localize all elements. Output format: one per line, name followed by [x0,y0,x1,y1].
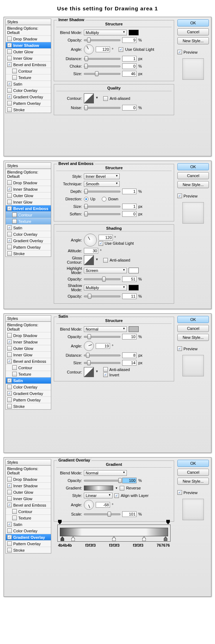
gradient-stop[interactable] [71,537,75,541]
gradient-picker[interactable] [84,486,113,491]
gradient-stop[interactable] [164,537,167,541]
svg-marker-6 [164,537,167,541]
style-contour[interactable]: Contour [6,68,51,74]
opacity-value[interactable]: 100 [122,478,137,483]
ok-button[interactable]: OK [177,460,209,467]
angle-dial[interactable] [84,341,94,351]
gradient-bar[interactable] [60,528,168,536]
align-checkbox[interactable] [114,493,119,498]
blend-mode-dropdown[interactable]: Normal [84,470,127,476]
style-outer-glow[interactable]: Outer Glow [6,48,51,55]
new-style-button[interactable]: New Style... [177,37,209,44]
depth-slider[interactable] [84,191,120,192]
style-texture[interactable]: Texture [6,74,51,80]
preview-swatch [182,499,204,520]
blending-options[interactable]: Blending Options: Default [6,25,51,35]
ok-button[interactable]: OK [177,316,209,323]
page-title: Use this setting for Drawing area 1 [4,5,211,11]
style-satin[interactable]: Satin [6,80,51,87]
style-pattern-overlay[interactable]: Pattern Overlay [6,100,51,106]
new-style-button[interactable]: New Style... [177,478,209,485]
style-texture[interactable]: Texture [6,218,51,224]
subsection-structure: Structure [56,22,172,27]
preview-swatch [182,202,204,224]
svg-marker-4 [112,537,116,541]
color-swatch[interactable] [129,30,139,35]
reverse-checkbox[interactable] [120,486,124,491]
style-inner-glow[interactable]: Inner Glow [6,55,51,61]
shadow-mode-dropdown[interactable]: Multiply [84,285,127,291]
technique-dropdown[interactable]: Smooth [84,181,120,187]
angle-value[interactable]: 120 [96,47,110,52]
ok-button[interactable]: OK [177,19,209,26]
size-slider[interactable] [84,73,120,75]
direction-up-radio[interactable] [84,197,89,201]
angle-dial[interactable] [84,234,97,247]
color-swatch[interactable] [129,326,139,332]
highlight-mode-dropdown[interactable]: Screen [84,268,127,273]
contour-picker[interactable] [84,93,94,103]
distance-slider[interactable] [84,355,120,356]
invert-checkbox[interactable] [103,372,108,377]
antialias-checkbox[interactable] [103,367,108,372]
opacity-slider[interactable] [84,39,120,41]
antialias-checkbox[interactable] [103,258,108,263]
highlight-opacity-slider[interactable] [84,278,120,280]
ok-button[interactable]: OK [177,163,209,170]
opacity-slider[interactable] [84,336,120,338]
style-drop-shadow[interactable]: Drop Shadow [6,35,51,42]
distance-slider[interactable] [84,58,120,60]
style-stroke[interactable]: Stroke [6,106,51,113]
style-inner-shadow[interactable]: Inner Shadow [6,42,51,48]
opacity-value[interactable]: 9 [122,37,137,43]
cancel-button[interactable]: Cancel [177,325,209,332]
angle-dial[interactable] [84,44,94,54]
direction-down-radio[interactable] [102,197,106,201]
shadow-opacity-slider[interactable] [84,296,120,297]
new-style-button[interactable]: New Style... [177,334,209,341]
gradient-style-dropdown[interactable]: Linear [84,493,113,498]
blend-mode-dropdown[interactable]: Multiply [84,30,127,35]
gradient-editor[interactable] [57,525,171,542]
use-global-light-checkbox[interactable] [99,241,103,246]
scale-slider[interactable] [84,513,120,515]
cancel-button[interactable]: Cancel [177,172,209,179]
size-slider[interactable] [84,206,120,208]
gradient-stop[interactable] [142,537,146,541]
new-style-button[interactable]: New Style... [177,181,209,188]
style-bevel-emboss[interactable]: Bevel and Emboss [6,205,51,211]
bevel-style-dropdown[interactable]: Inner Bevel [84,174,120,179]
svg-marker-5 [142,537,146,541]
contour-picker[interactable] [84,367,94,377]
gloss-contour-picker[interactable] [84,255,94,265]
dialog-gradient-overlay: Styles Blending Options: Default Drop Sh… [4,457,211,597]
checkbox-inner-shadow[interactable] [7,43,12,48]
size-slider[interactable] [84,362,120,364]
style-satin[interactable]: Satin [6,377,51,384]
preview-swatch [182,355,204,376]
checkbox-drop-shadow[interactable] [7,36,12,41]
opacity-slider[interactable] [84,480,120,482]
style-contour[interactable]: Contour [6,211,51,218]
highlight-color-swatch[interactable] [129,268,139,273]
soften-slider[interactable] [84,213,120,215]
angle-dial[interactable] [84,500,94,510]
antialias-checkbox[interactable] [103,96,108,101]
choke-slider[interactable] [84,65,120,67]
style-gradient-overlay[interactable]: Gradient Overlay [6,93,51,100]
gradient-stop[interactable] [112,537,116,541]
style-bevel-emboss[interactable]: Bevel and Emboss [6,61,51,68]
style-gradient-overlay[interactable]: Gradient Overlay [6,534,51,540]
noise-slider[interactable] [84,107,120,109]
cancel-button[interactable]: Cancel [177,469,209,476]
blend-mode-dropdown[interactable]: Normal [84,326,127,332]
use-global-light-checkbox[interactable] [119,47,123,52]
gradient-stop-labels: 4b4b4b f3f3f3 f3f3f3 f3f3f3 767676 [58,543,170,547]
section-title: Inner Shadow [57,18,86,22]
preview-checkbox[interactable] [177,50,182,54]
dialog-satin: Styles Blending Options: Default Drop Sh… [4,313,211,453]
gradient-stop[interactable] [61,537,64,541]
style-color-overlay[interactable]: Color Overlay [6,87,51,93]
cancel-button[interactable]: Cancel [177,28,209,35]
shadow-color-swatch[interactable] [129,285,139,291]
